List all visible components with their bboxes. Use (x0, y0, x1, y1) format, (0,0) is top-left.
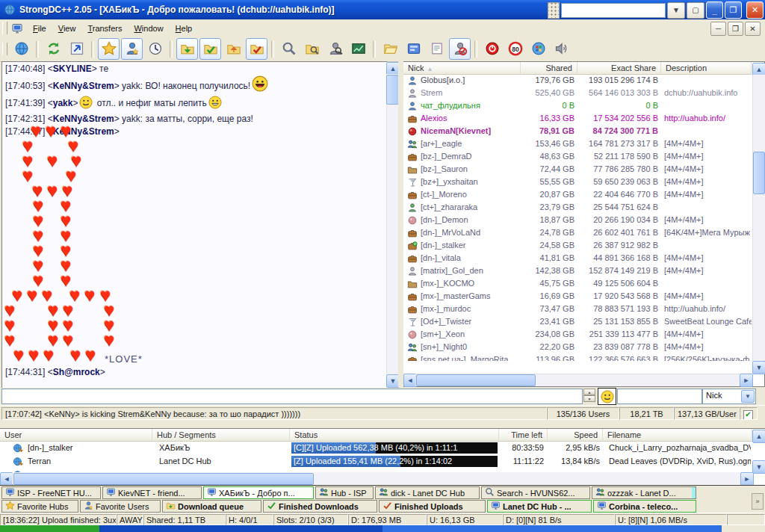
tab-hub-isp[interactable]: Hub - ISP (315, 486, 374, 499)
user-row[interactable]: [sn+]_Night022,20 GB23 839 087 778 B[4M+… (403, 341, 752, 354)
menu-help[interactable]: Help (170, 22, 199, 35)
horizontal-splitter[interactable] (0, 421, 765, 428)
toolbar-favorite-hubs-button[interactable] (98, 38, 120, 60)
scroll-track[interactable] (386, 74, 399, 374)
minimize-button[interactable]: _ (706, 1, 723, 19)
user-row[interactable]: [ar+]_eagle153,46 GB164 781 273 317 B[4M… (403, 138, 752, 151)
chat-input[interactable] (1, 389, 583, 404)
search-dropdown-button[interactable]: ▼ (667, 2, 685, 19)
menu-file[interactable]: File (27, 22, 52, 35)
tab-kievnet-friend-[interactable]: KievNET - friend... (102, 486, 202, 499)
mdi-close-button[interactable]: ✕ (745, 22, 761, 36)
tab-overflow-chevron[interactable]: » (752, 493, 764, 510)
userlist-hscroll-thumb[interactable] (416, 374, 536, 386)
user-row[interactable]: Globus[и.о.]179,76 GB193 015 296 174 B (403, 75, 752, 87)
user-row[interactable]: [dn-]_MrVoLaNd24,78 GB26 602 401 761 B[6… (403, 227, 752, 240)
user-row[interactable]: Strem525,40 GB564 146 013 303 Bdchub://u… (403, 87, 752, 100)
user-row[interactable]: [sns.net.ua-]_MargoRita...113,96 GB122 3… (403, 354, 752, 361)
user-row[interactable]: [mx-]_murdoc73,47 GB78 883 571 193 Bhttp… (403, 303, 752, 316)
scroll-thumb[interactable] (386, 75, 399, 105)
toolbar-adl-search-button[interactable] (301, 38, 323, 60)
tab-search-hvuns62-[interactable]: Search - HVUNS62... (481, 486, 590, 499)
mdi-child-icon[interactable] (11, 22, 23, 34)
user-row[interactable]: [bz-]_DemraD48,63 GB52 211 178 590 B[4M+… (403, 151, 752, 164)
filter-column-combo[interactable]: Nick ▼ (702, 389, 756, 404)
mdi-minimize-button[interactable]: ─ (710, 22, 726, 36)
tab-favorite-users[interactable]: Favorite Users (80, 500, 161, 513)
spin-control[interactable]: ▲ ▼ (583, 389, 595, 403)
toolbar-search-spy-button[interactable] (324, 38, 346, 60)
tab-finished-uploads[interactable]: Finished Uploads (379, 500, 486, 513)
toolbar-search-button[interactable] (278, 38, 300, 60)
search-window-button[interactable]: ▢ (687, 2, 704, 19)
userlist-scroll-track[interactable] (752, 75, 765, 361)
toolbar-settings-button[interactable] (403, 38, 424, 60)
t-column-hub[interactable]: Hub / Segments (152, 429, 290, 442)
menubar-grip[interactable] (2, 22, 7, 34)
t-column-user[interactable]: User (0, 429, 152, 442)
toolbar-open-filelist-button[interactable] (380, 38, 401, 60)
toolbar-download-queue-button[interactable] (176, 38, 198, 60)
restore-button[interactable]: ❐ (725, 1, 742, 19)
user-row[interactable]: [dn-]_vitala41,81 GB44 891 366 168 B[4M+… (403, 253, 752, 265)
t-column-status[interactable]: Status (290, 429, 499, 442)
transfers-hscroll-thumb[interactable] (13, 473, 314, 485)
user-row[interactable]: [matrix]_Gol_den142,38 GB152 874 149 219… (403, 265, 752, 278)
toolbar-reconnect-button[interactable] (43, 38, 64, 60)
transfers-pane[interactable]: User Hub / Segments Status Time left Spe… (0, 428, 765, 485)
toolbar-notepad-button[interactable] (426, 38, 447, 60)
vertical-splitter[interactable] (398, 61, 403, 387)
column-header-description[interactable]: Description (661, 62, 752, 75)
transfer-row[interactable]: [dn-]_stalkerХАБикЪ[C][Z] Uploaded 562,3… (0, 442, 752, 455)
user-row[interactable]: Alexios16,33 GB17 534 202 556 Bhttp://ua… (403, 113, 752, 126)
user-row[interactable]: [mx-]_masterGams16,69 GB17 920 543 568 B… (403, 291, 752, 303)
toolbar-grip2[interactable] (2, 43, 7, 55)
user-row[interactable]: [mx-]_KOCMO45,75 GB49 125 506 604 B (403, 278, 752, 291)
user-row[interactable]: [bz-]_Sauron72,44 GB77 786 285 780 B[4M+… (403, 164, 752, 176)
hub-chat-panel[interactable]: [17:40:48] <SKYLINE> те[17:40:53] <KeNNy… (1, 61, 387, 389)
menu-transfers[interactable]: Transfers (81, 22, 128, 35)
hub-checkbox[interactable]: ✔ (743, 410, 753, 420)
transfers-scroll-down[interactable]: ▼ (752, 460, 765, 474)
user-row[interactable]: [bz+]_yxshaitan55,55 GB59 650 239 063 B[… (403, 176, 752, 189)
toolbar-ignored-users-button[interactable] (449, 38, 471, 60)
menu-window[interactable]: Window (128, 22, 169, 35)
user-row[interactable]: [ct-]_Moreno20,87 GB22 404 646 770 B[4M+… (403, 189, 752, 202)
column-header-exact-share[interactable]: Exact Share (577, 62, 661, 75)
toolbar-limiter-80-button[interactable]: 80 (504, 38, 526, 60)
toolbar-shutdown-button[interactable] (481, 38, 503, 60)
tab-lanet-dc-hub-[interactable]: Lanet DC Hub - ... (487, 500, 592, 513)
toolbar-follow-redirect-button[interactable] (66, 38, 87, 60)
combo-dropdown-arrow[interactable]: ▼ (741, 390, 755, 403)
toolbar-sounds-button[interactable] (551, 38, 572, 60)
userlist-scroll-thumb[interactable] (753, 152, 765, 194)
toolbar-waiting-users-button[interactable] (223, 38, 244, 60)
userlist-hscroll-right[interactable]: ► (740, 374, 753, 387)
user-row[interactable]: [Od+]_Twister23,41 GB25 131 153 855 BSwe… (403, 316, 752, 329)
user-row[interactable]: чат_флудильня0 B0 B (403, 100, 752, 113)
tab-хабикъ-добро-п-[interactable]: ХАБикЪ - Добро п... (203, 486, 314, 499)
toolbar-grip[interactable] (548, 2, 560, 19)
menu-view[interactable]: View (52, 22, 82, 35)
toolbar-network-stats-button[interactable] (347, 38, 369, 60)
tab-ozzzak-lanet-d-[interactable]: ozzzak - Lanet D... (592, 486, 696, 499)
user-row[interactable]: NicemaN[Kievnet]78,91 GB84 724 300 771 B (403, 126, 752, 138)
toolbar-public-hubs-button[interactable] (10, 38, 32, 60)
tab-dick-lanet-dc-hub[interactable]: dick - Lanet DC Hub (375, 486, 480, 499)
close-button[interactable]: ✕ (746, 1, 764, 19)
user-row[interactable]: [dn-]_Demon18,87 GB20 266 190 034 B[4M+/… (403, 214, 752, 227)
tab-isp-freenet-hu-[interactable]: ISP - FreeNET HU... (1, 486, 101, 499)
transfers-scroll-up[interactable]: ▲ (752, 430, 765, 443)
userlist-scroll-down[interactable]: ▼ (752, 361, 765, 374)
tab-download-queue[interactable]: Download queue (162, 500, 261, 513)
toolbar-favorite-users-button[interactable] (121, 38, 143, 60)
spin-down[interactable]: ▼ (583, 395, 595, 402)
emoticon-button[interactable] (598, 388, 616, 405)
user-row[interactable]: [dn-]_stalker24,58 GB26 387 912 982 B (403, 240, 752, 253)
t-column-timeleft[interactable]: Time left (499, 429, 548, 442)
t-column-speed[interactable]: Speed (548, 429, 603, 442)
user-row[interactable]: [ct+]_zhararaka23,79 GB25 544 751 624 B (403, 202, 752, 214)
spin-up[interactable]: ▲ (583, 389, 595, 395)
transfer-row[interactable]: TerranLanet DC Hub[Z] Uploaded 155,41 MB… (0, 455, 752, 468)
mdi-restore-button[interactable]: ❐ (728, 22, 743, 36)
